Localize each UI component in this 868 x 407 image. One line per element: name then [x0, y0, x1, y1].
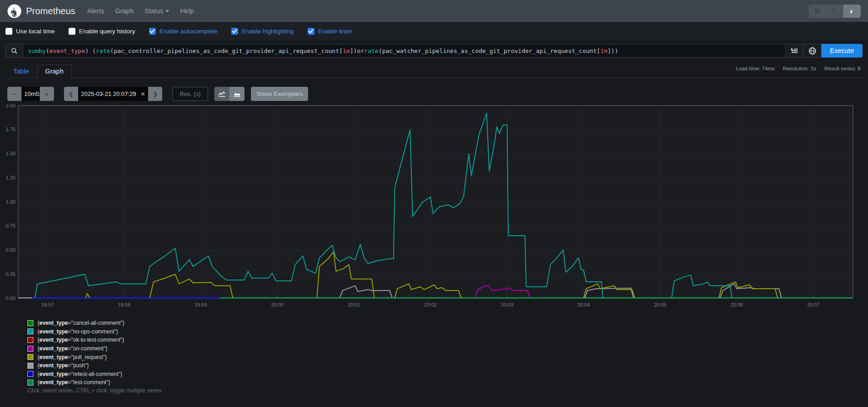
option-enable-highlighting[interactable]: Enable highlighting [231, 28, 294, 35]
promql-token: or [357, 48, 364, 54]
query-options-row: Use local timeEnable query historyEnable… [0, 22, 868, 40]
legend-item[interactable]: {event_type="cancel-all-comment"} [27, 319, 124, 328]
promql-token: 1m [600, 48, 607, 54]
show-exemplars-button[interactable]: Show Exemplars [251, 87, 308, 101]
prometheus-brand[interactable]: Prometheus [7, 4, 75, 18]
end-time-input[interactable]: 2025-03-21 20:07:29 ✕ [78, 87, 148, 101]
promql-token: ) ( [85, 48, 96, 54]
execute-button[interactable]: Execute [821, 44, 863, 58]
legend-swatch [27, 346, 33, 352]
legend-item[interactable]: {event_type="pull_request"} [27, 353, 124, 361]
tab-table[interactable]: Table [5, 65, 37, 78]
legend-item[interactable]: {event_type="retest-all-comment"} [27, 370, 124, 379]
x-tick-label: 20:04 [577, 302, 590, 307]
x-tick-label: 20:02 [424, 302, 437, 307]
x-tick-label: 20:03 [501, 302, 514, 307]
legend-label: {event_type="retest-all-comment"} [37, 371, 122, 377]
y-tick-label: 0.50 [6, 247, 16, 253]
legend-item[interactable]: {event_type="push"} [27, 361, 124, 370]
option-label: Enable linter [318, 28, 352, 35]
legend-item[interactable]: {event_type="no-ops-comment"} [27, 328, 124, 336]
y-tick-label: 1.00 [6, 199, 16, 205]
chevron-down-icon [165, 10, 169, 12]
search-icon [5, 44, 23, 58]
nav-link-help[interactable]: Help [180, 7, 194, 15]
legend-label: {event_type="cancel-all-comment"} [37, 320, 124, 326]
nav-link-status[interactable]: Status [144, 7, 169, 15]
promql-token: ] [607, 48, 611, 54]
decrease-range-button[interactable]: − [7, 87, 21, 101]
y-tick-label: 1.50 [6, 151, 16, 156]
end-time-value: 2025-03-21 20:07:29 [81, 90, 136, 97]
promql-token: 1m [343, 48, 350, 54]
promql-token: ] [350, 48, 353, 54]
y-tick-label: 1.75 [6, 127, 16, 132]
globe-icon [809, 47, 816, 55]
auto-theme-contrast-icon[interactable]: ◐ [843, 5, 861, 18]
clear-time-icon[interactable]: ✕ [141, 91, 145, 97]
line-chart-button[interactable] [214, 87, 229, 101]
legend-swatch [27, 328, 33, 334]
checked-checkbox[interactable] [308, 28, 314, 35]
option-enable-query-history[interactable]: Enable query history [69, 28, 135, 35]
legend-swatch [27, 371, 33, 377]
navbar: Prometheus AlertsGraphStatusHelp ⚙ ☾ ◐ [0, 0, 868, 22]
option-label: Enable highlighting [242, 28, 294, 35]
unchecked-checkbox[interactable] [5, 28, 12, 35]
nav-link-graph[interactable]: Graph [115, 7, 133, 15]
legend-label: {event_type="pull_request"} [37, 354, 107, 360]
range-duration-input[interactable]: 10m53s [21, 87, 40, 101]
time-zone-globe-button[interactable] [804, 44, 821, 58]
checked-checkbox[interactable] [231, 28, 238, 35]
increase-range-button[interactable]: + [40, 87, 54, 101]
promql-token: sum [28, 48, 38, 54]
legend-item[interactable]: {event_type="on-comment"} [27, 344, 124, 353]
stacked-chart-button[interactable] [229, 87, 245, 101]
x-tick-label: 20:05 [654, 302, 667, 307]
promql-token: [ [339, 48, 343, 54]
dark-theme-moon-icon[interactable]: ☾ [826, 5, 843, 18]
query-stats: Load time: 74ms Resolution: 2s Result se… [736, 66, 861, 71]
metrics-explorer-button[interactable] [786, 44, 804, 58]
promql-token: by [38, 48, 46, 54]
legend-swatch [27, 320, 33, 326]
series-legend: {event_type="cancel-all-comment"}{event_… [27, 319, 124, 387]
time-back-chevron-button[interactable]: ❮ [64, 87, 78, 101]
resolution-input[interactable]: Res. (s) [172, 87, 208, 101]
option-label: Use local time [16, 28, 55, 35]
app-title: Prometheus [26, 6, 75, 16]
y-tick-label: 0.75 [6, 223, 16, 228]
time-forward-chevron-button[interactable]: ❯ [148, 87, 162, 101]
option-enable-autocomplete[interactable]: Enable autocomplete [149, 28, 218, 35]
x-tick-label: 19:59 [194, 302, 207, 307]
legend-swatch [27, 363, 33, 369]
nav-links: AlertsGraphStatusHelp [87, 7, 194, 15]
load-time: Load time: 74ms [736, 66, 775, 71]
option-enable-linter[interactable]: Enable linter [308, 28, 352, 35]
time-series-chart[interactable]: 0.000.250.500.751.001.251.501.752.0019:5… [0, 104, 868, 311]
legend-item[interactable]: {event_type="ok-to-test-comment"} [27, 336, 124, 344]
nav-link-alerts[interactable]: Alerts [87, 7, 104, 15]
promql-token: [ [597, 48, 601, 54]
promql-token: rate [96, 48, 110, 54]
promql-expression-input[interactable]: sum by (event_type) (rate(pac_controller… [23, 44, 786, 58]
option-use-local-time[interactable]: Use local time [5, 28, 55, 35]
checked-checkbox[interactable] [149, 28, 156, 35]
graph-controls: − 10m53s + ❮ 2025-03-21 20:07:29 ✕ ❯ Res… [7, 87, 308, 101]
legend-swatch [27, 354, 33, 360]
chart-type-group [214, 87, 245, 101]
time-group: ❮ 2025-03-21 20:07:29 ✕ ❯ [64, 87, 162, 101]
y-tick-label: 2.00 [6, 104, 16, 108]
legend-hint: Click: select series, CTRL + click: togg… [27, 387, 161, 394]
result-series: Result series: 8 [825, 66, 861, 71]
legend-item[interactable]: {event_type="test-comment"} [27, 378, 124, 387]
option-label: Enable query history [79, 28, 135, 35]
tab-graph[interactable]: Graph [37, 64, 72, 78]
settings-gear-icon[interactable]: ⚙ [809, 5, 826, 18]
legend-label: {event_type="on-comment"} [37, 345, 107, 352]
unchecked-checkbox[interactable] [69, 28, 75, 35]
promql-token: event_type [49, 48, 85, 54]
stacked-chart-icon [233, 91, 241, 97]
promql-token: ) [353, 48, 357, 54]
legend-swatch [27, 337, 33, 343]
